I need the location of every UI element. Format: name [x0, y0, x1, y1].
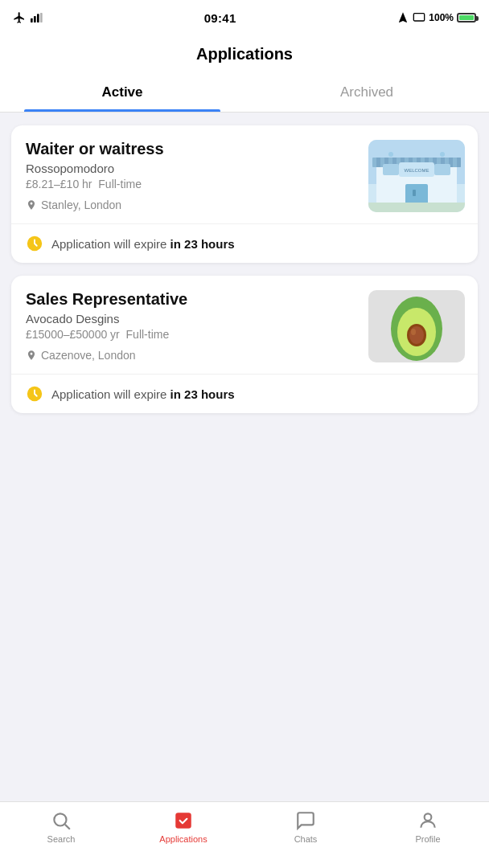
job-card-1[interactable]: Waiter or waitress Rossopomodoro £8.21–£…: [11, 125, 478, 263]
job-company-2: Avocado Desgins: [26, 312, 359, 326]
chats-nav-icon: [295, 810, 316, 831]
status-time: 09:41: [204, 11, 236, 25]
svg-point-17: [388, 152, 393, 157]
svg-rect-3: [40, 13, 43, 23]
profile-nav-icon: [417, 810, 438, 831]
tab-archived[interactable]: Archived: [244, 73, 489, 112]
tabs: Active Archived: [0, 73, 489, 113]
svg-point-18: [440, 152, 445, 157]
location-pin-icon-2: [26, 350, 37, 361]
page-title: Applications: [0, 45, 489, 73]
svg-text:WELCOME: WELCOME: [404, 168, 429, 173]
svg-rect-11: [434, 164, 450, 175]
battery-icon: [457, 13, 476, 23]
location-arrow-icon: [397, 11, 409, 24]
tab-active[interactable]: Active: [0, 73, 244, 112]
nav-profile[interactable]: Profile: [400, 810, 456, 844]
nav-chats[interactable]: Chats: [277, 810, 334, 844]
svg-rect-4: [414, 14, 425, 21]
signal-icon: [31, 12, 43, 23]
search-nav-label: Search: [47, 834, 76, 844]
nav-search[interactable]: Search: [33, 810, 89, 844]
svg-rect-14: [405, 184, 428, 204]
applications-nav-label: Applications: [159, 834, 207, 844]
svg-rect-30: [175, 813, 191, 829]
job-card-2[interactable]: Sales Representative Avocado Desgins £15…: [11, 276, 478, 413]
job-main-2: Sales Representative Avocado Desgins £15…: [11, 276, 478, 374]
airplane-icon: [13, 11, 26, 24]
applications-nav-icon: [173, 810, 194, 831]
svg-point-26: [411, 329, 416, 335]
nav-applications[interactable]: Applications: [155, 810, 212, 844]
screen-icon: [413, 11, 425, 24]
job-image-1: WELCOME: [368, 140, 465, 212]
job-title-2: Sales Representative: [26, 290, 359, 309]
svg-rect-0: [31, 18, 33, 23]
svg-rect-1: [34, 16, 36, 23]
svg-rect-10: [383, 164, 399, 175]
status-bar: 09:41 100%: [0, 0, 489, 35]
status-right: 100%: [397, 11, 476, 24]
svg-point-31: [425, 813, 432, 821]
clock-icon-1: [26, 235, 43, 252]
avocado-illustration: [368, 290, 465, 362]
restaurant-illustration: WELCOME: [368, 140, 465, 212]
bottom-nav: Search Applications Chats Profile: [0, 801, 489, 868]
job-salary-1: £8.21–£10 hr Full-time: [26, 178, 359, 190]
svg-point-28: [54, 813, 66, 825]
svg-rect-16: [368, 203, 465, 212]
chats-nav-label: Chats: [294, 834, 318, 844]
job-info-1: Waiter or waitress Rossopomodoro £8.21–£…: [26, 140, 359, 211]
job-main-1: Waiter or waitress Rossopomodoro £8.21–£…: [11, 125, 478, 223]
job-info-2: Sales Representative Avocado Desgins £15…: [26, 290, 359, 362]
job-image-2: [368, 290, 465, 362]
clock-icon-2: [26, 385, 43, 403]
svg-rect-15: [413, 190, 416, 196]
job-title-1: Waiter or waitress: [26, 140, 359, 158]
expiry-bar-1: Application will expire in 23 hours: [11, 223, 478, 263]
svg-rect-2: [37, 14, 39, 23]
job-salary-2: £15000–£50000 yr Full-time: [26, 328, 359, 341]
battery-text: 100%: [429, 12, 454, 23]
location-pin-icon-1: [26, 199, 37, 211]
job-location-2: Cazenove, London: [26, 349, 359, 362]
job-location-1: Stanley, London: [26, 199, 359, 211]
header: Applications Active Archived: [0, 35, 489, 113]
svg-line-29: [65, 825, 70, 829]
expiry-bar-2: Application will expire in 23 hours: [11, 374, 478, 413]
svg-point-25: [409, 326, 424, 344]
status-left: [13, 11, 43, 24]
job-list: Waiter or waitress Rossopomodoro £8.21–£…: [0, 113, 489, 426]
job-company-1: Rossopomodoro: [26, 162, 359, 175]
search-nav-icon: [51, 810, 72, 831]
profile-nav-label: Profile: [415, 834, 440, 844]
